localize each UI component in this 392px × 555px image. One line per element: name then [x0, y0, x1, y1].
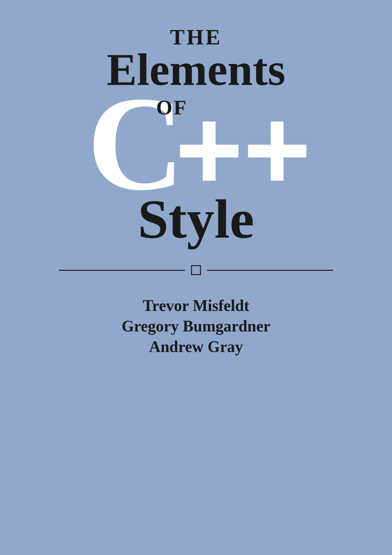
author-1: Trevor Misfeldt [143, 297, 249, 315]
divider-diamond-icon [191, 265, 201, 275]
cpp-block: OF C + + [0, 86, 392, 201]
plus-sign-2: + [243, 103, 305, 196]
divider-line-right [207, 270, 333, 271]
plus-container: + + [175, 103, 305, 196]
authors-block: Trevor Misfeldt Gregory Bumgardner Andre… [122, 297, 270, 356]
divider-section [59, 265, 333, 275]
author-2: Gregory Bumgardner [122, 317, 270, 335]
author-3: Andrew Gray [149, 338, 243, 356]
title-block: THE Elements OF C + + Style [0, 25, 392, 247]
cpp-symbol: C + + [87, 86, 305, 201]
divider-line-left [59, 270, 185, 271]
book-cover: THE Elements OF C + + Style Trevor Misfe… [0, 0, 392, 555]
of-label: OF [156, 95, 187, 120]
